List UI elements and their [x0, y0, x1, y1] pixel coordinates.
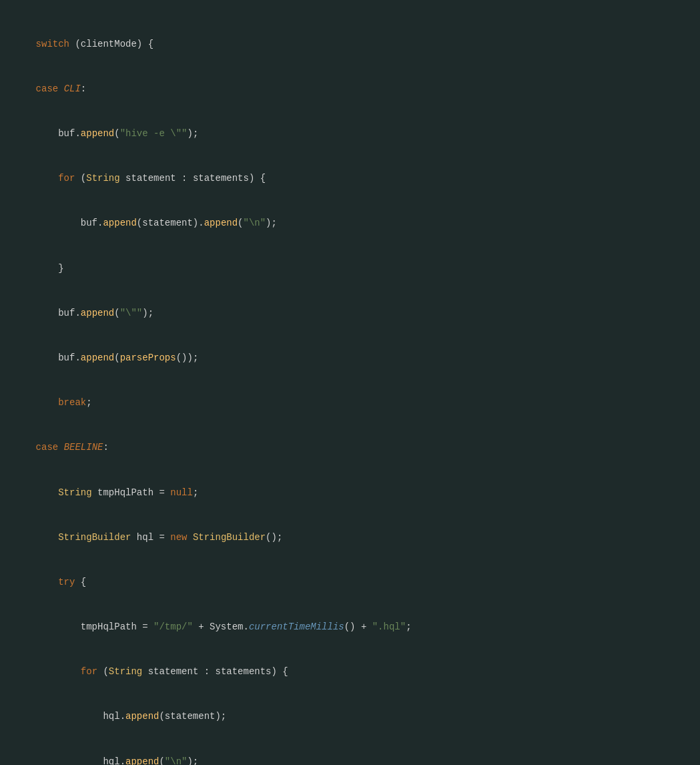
line-14: tmpHqlPath = "/tmp/" + System.currentTim… — [13, 619, 687, 634]
line-2: case CLI: — [13, 81, 687, 96]
line-4: for (String statement : statements) { — [13, 171, 687, 186]
line-1: switch (clientMode) { — [13, 37, 687, 51]
line-15: for (String statement : statements) { — [13, 664, 687, 679]
line-5: buf.append(statement).append("\n"); — [13, 216, 687, 230]
line-12: StringBuilder hql = new StringBuilder(); — [13, 530, 687, 545]
line-9: break; — [13, 395, 687, 410]
line-13: try { — [13, 575, 687, 589]
code-container: switch (clientMode) { case CLI: buf.appe… — [0, 7, 700, 765]
line-8: buf.append(parseProps()); — [13, 350, 687, 365]
line-17: hql.append("\n"); — [13, 754, 687, 765]
line-3: buf.append("hive -e \""); — [13, 126, 687, 141]
line-16: hql.append(statement); — [13, 709, 687, 724]
line-7: buf.append("\""); — [13, 306, 687, 320]
line-10: case BEELINE: — [13, 440, 687, 455]
line-6: } — [13, 261, 687, 276]
line-11: String tmpHqlPath = null; — [13, 485, 687, 500]
